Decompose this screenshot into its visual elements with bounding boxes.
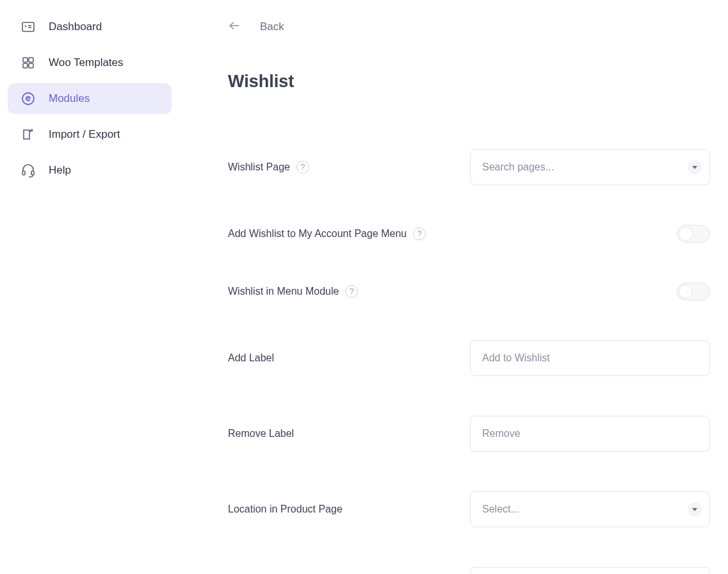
main-content: Back Wishlist Wishlist Page ? Search pag… [179, 0, 728, 574]
svg-rect-7 [29, 63, 33, 68]
svg-point-1 [25, 26, 27, 28]
sidebar-item-help[interactable]: Help [8, 155, 172, 186]
import-export-icon [20, 127, 36, 142]
sidebar-item-label: Import / Export [49, 128, 120, 141]
row-location-product-page: Location in Product Page Select... [228, 491, 710, 527]
sidebar-item-label: Help [49, 164, 71, 177]
location-product-page-select[interactable]: Select... [470, 491, 710, 527]
svg-rect-4 [23, 58, 28, 62]
modules-icon [20, 91, 36, 106]
label-wishlist-in-menu-module: Wishlist in Menu Module [228, 286, 339, 297]
chevron-down-icon [688, 502, 702, 516]
label-location-product-page: Location in Product Page [228, 504, 343, 515]
svg-point-9 [28, 98, 29, 99]
remove-label-input[interactable]: Remove [470, 416, 710, 452]
input-placeholder: Remove [482, 428, 521, 439]
input-placeholder: Add to Wishlist [482, 352, 550, 364]
row-add-label: Add Label Add to Wishlist [228, 340, 710, 376]
label-wishlist-page: Wishlist Page [228, 161, 290, 173]
help-icon[interactable]: ? [413, 227, 426, 240]
toggle-knob [679, 284, 693, 299]
location-products-loop-select[interactable]: Select... [470, 567, 710, 574]
sidebar-item-label: Woo Templates [49, 56, 124, 69]
help-icon[interactable]: ? [296, 161, 309, 174]
sidebar-item-modules[interactable]: Modules [8, 83, 172, 114]
toggle-add-to-account-menu[interactable] [677, 225, 710, 243]
sidebar-item-label: Dashboard [49, 20, 102, 33]
sidebar-item-label: Modules [49, 92, 90, 105]
label-add-label: Add Label [228, 352, 274, 364]
back-button[interactable]: Back [228, 19, 710, 35]
svg-rect-5 [29, 58, 33, 62]
arrow-left-icon [228, 19, 241, 35]
label-remove-label: Remove Label [228, 428, 294, 439]
svg-rect-10 [22, 171, 25, 175]
grid-icon [20, 55, 36, 70]
svg-marker-13 [692, 166, 697, 169]
row-wishlist-in-menu-module: Wishlist in Menu Module ? [228, 283, 710, 300]
row-remove-label: Remove Label Remove [228, 416, 710, 452]
back-label: Back [260, 20, 284, 33]
sidebar-item-dashboard[interactable]: Dashboard [8, 12, 172, 42]
label-add-to-account-menu: Add Wishlist to My Account Page Menu [228, 228, 407, 240]
chevron-down-icon [688, 160, 702, 174]
wishlist-page-select[interactable]: Search pages... [470, 149, 710, 185]
svg-rect-6 [23, 63, 28, 68]
row-location-products-loop: Location in Products Loop Select... [228, 567, 710, 574]
help-icon[interactable]: ? [345, 285, 358, 298]
toggle-knob [679, 227, 693, 241]
svg-rect-11 [31, 171, 34, 175]
headset-icon [20, 163, 36, 178]
toggle-wishlist-in-menu-module[interactable] [677, 283, 710, 300]
select-placeholder: Select... [482, 504, 519, 515]
add-label-input[interactable]: Add to Wishlist [470, 340, 710, 376]
sidebar: Dashboard Woo Templates [0, 0, 179, 574]
row-add-to-account-menu: Add Wishlist to My Account Page Menu ? [228, 225, 710, 243]
dashboard-icon [20, 19, 36, 35]
svg-rect-0 [22, 22, 34, 31]
row-wishlist-page: Wishlist Page ? Search pages... [228, 149, 710, 185]
select-placeholder: Search pages... [482, 161, 554, 173]
sidebar-item-import-export[interactable]: Import / Export [8, 119, 172, 150]
page-title: Wishlist [228, 72, 710, 92]
svg-marker-14 [692, 508, 697, 511]
sidebar-item-woo-templates[interactable]: Woo Templates [8, 47, 172, 78]
